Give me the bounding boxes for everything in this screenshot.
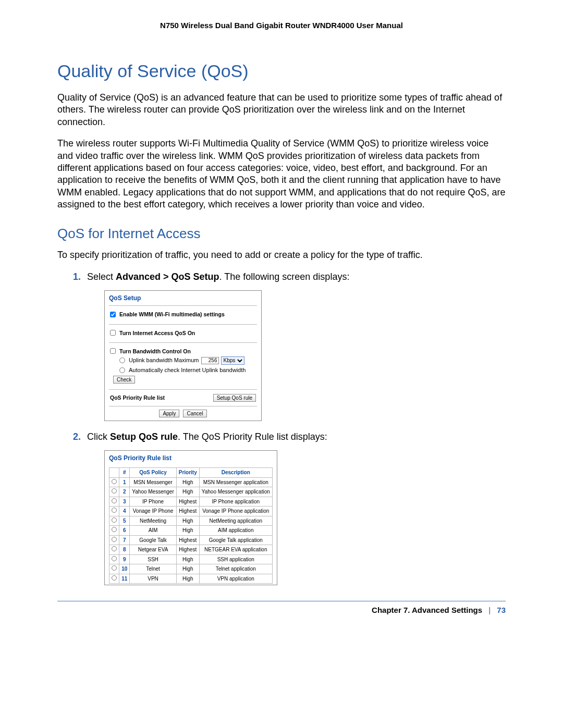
internet-qos-group: Turn Internet Access QoS On [105,326,261,341]
row-select-radio[interactable] [112,546,117,551]
row-select-radio[interactable] [112,479,117,484]
table-row: 8Netgear EVAHighestNETGEAR EVA applicati… [109,545,273,555]
row-description: Yahoo Messenger application [199,487,272,497]
row-priority: High [176,487,199,497]
row-priority: Highest [176,507,199,516]
col-num: # [119,468,130,478]
table-row: 7Google TalkHighestGoogle Talk applicati… [109,535,273,545]
steps-list: 1. Select Advanced > QoS Setup. The foll… [73,270,506,585]
row-priority: High [176,574,199,584]
cancel-button[interactable]: Cancel [183,410,206,417]
row-priority: High [176,554,199,564]
step-2: 2. Click Setup QoS rule. The QoS Priorit… [73,430,506,443]
divider [109,324,257,325]
section-title: Quality of Service (QoS) [57,61,506,81]
row-num: 11 [119,574,130,584]
uplink-max-input[interactable] [201,357,219,364]
row-priority: High [176,477,199,487]
table-row: 5NetMeetingHighNetMeeting application [109,516,273,526]
table-header-row: # QoS Policy Priority Description [109,468,273,478]
footer-rule [57,601,506,601]
qos-rule-list-title: QoS Priority Rule list [105,451,277,467]
bandwidth-label: Turn Bandwidth Control On [119,348,191,355]
row-description: NETGEAR EVA application [199,545,272,555]
uplink-unit-select[interactable]: Kbps [221,356,244,365]
step-text-bold: Advanced > QoS Setup [116,272,219,282]
row-select-radio[interactable] [112,527,117,532]
uplink-max-radio[interactable] [119,357,125,363]
divider [109,406,257,406]
row-num: 8 [119,545,130,555]
auto-check-radio[interactable] [119,367,125,373]
row-priority: High [176,564,199,574]
footer-page-number: 73 [497,606,506,614]
col-priority: Priority [176,468,199,478]
wmm-checkbox[interactable] [110,312,116,317]
step-1: 1. Select Advanced > QoS Setup. The foll… [73,270,506,283]
row-policy: IP Phone [130,497,176,507]
qos-setup-panel: QoS Setup Enable WMM (Wi-Fi multimedia) … [104,290,262,421]
row-description: Telnet application [199,564,272,574]
step-text-post: . The following screen displays: [219,272,350,282]
priority-rule-label: QoS Priority Rule list [110,394,165,401]
step-text-pre: Click [87,431,110,442]
table-row: 10TelnetHighTelnet application [109,564,273,574]
row-num: 6 [119,526,130,536]
row-policy: NetMeeting [130,516,176,526]
col-select [109,468,119,478]
page-footer: Chapter 7. Advanced Settings | 73 [57,606,506,614]
step-number: 2. [73,430,84,443]
row-num: 9 [119,554,130,564]
subsection-intro: To specify prioritization of traffic, yo… [57,249,506,261]
bandwidth-group: Turn Bandwidth Control On Uplink bandwid… [105,344,261,388]
table-row: 2Yahoo MessengerHighYahoo Messenger appl… [109,487,273,497]
row-policy: AIM [130,526,176,536]
row-select-radio[interactable] [112,556,117,561]
row-priority: Highest [176,497,199,507]
row-num: 3 [119,497,130,507]
internet-qos-checkbox[interactable] [110,330,116,336]
row-policy: VPN [130,574,176,584]
row-select-radio[interactable] [112,575,117,581]
qos-rule-table: # QoS Policy Priority Description 1MSN M… [109,467,273,584]
bandwidth-checkbox[interactable] [110,348,116,354]
step-text-post: . The QoS Priority Rule list displays: [178,431,327,442]
row-policy: Vonage IP Phone [130,507,176,516]
row-select-radio[interactable] [112,517,117,523]
row-description: SSH application [199,554,272,564]
row-description: Google Talk application [199,535,272,545]
row-policy: Telnet [130,564,176,574]
check-button[interactable]: Check [113,376,135,384]
step-text-pre: Select [87,272,116,282]
row-select-radio[interactable] [112,537,117,542]
row-policy: Google Talk [130,535,176,545]
intro-paragraph-1: Quality of Service (QoS) is an advanced … [57,92,506,128]
row-select-radio[interactable] [112,488,117,493]
panel-action-row: Apply Cancel [105,408,261,421]
auto-check-label: Automatically check Internet Uplink band… [129,366,246,374]
row-policy: MSN Messenger [130,477,176,487]
divider [109,305,257,306]
row-num: 7 [119,535,130,545]
manual-page: N750 Wireless Dual Band Gigabit Router W… [0,0,563,728]
row-priority: Highest [176,535,199,545]
row-select-radio[interactable] [112,508,117,513]
setup-qos-rule-button[interactable]: Setup QoS rule [213,394,256,402]
divider [109,389,257,390]
divider [109,342,257,343]
step-number: 1. [73,270,84,283]
priority-rule-row: QoS Priority Rule list Setup QoS rule [105,391,261,405]
row-num: 5 [119,516,130,526]
apply-button[interactable]: Apply [159,410,179,417]
subsection-title: QoS for Internet Access [57,226,506,242]
row-select-radio[interactable] [112,565,117,571]
qos-setup-title: QoS Setup [105,291,261,304]
row-policy: SSH [130,554,176,564]
row-select-radio[interactable] [112,498,117,503]
internet-qos-label: Turn Internet Access QoS On [119,329,195,337]
footer-chapter: Chapter 7. Advanced Settings [372,606,482,614]
row-description: MSN Messenger application [199,477,272,487]
col-policy: QoS Policy [130,468,176,478]
row-policy: Yahoo Messenger [130,487,176,497]
wmm-label: Enable WMM (Wi-Fi multimedia) settings [119,311,225,318]
